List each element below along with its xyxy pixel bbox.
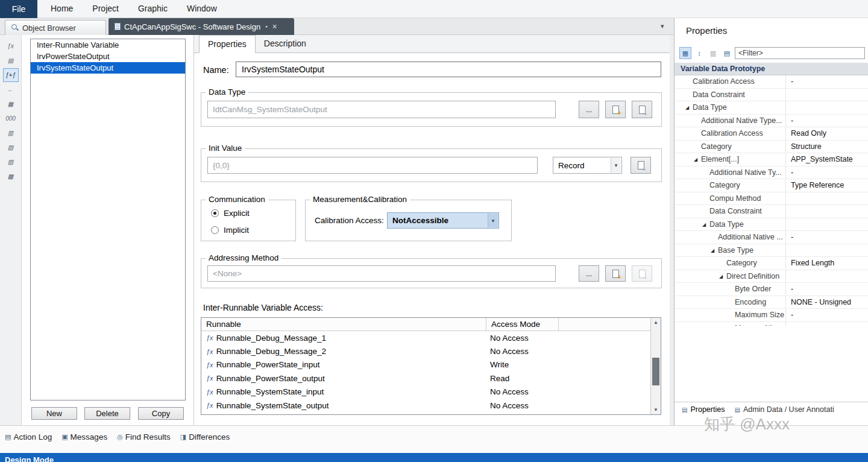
data-type-new-button[interactable]: +	[605, 101, 626, 118]
radio-explicit[interactable]: Explicit	[211, 209, 250, 218]
property-row[interactable]: ◢Data Type	[675, 218, 868, 232]
property-key: Data Constraint	[693, 90, 745, 99]
runnable-cell: ƒxRunnable_SystemState_input	[201, 387, 486, 396]
panel-tab-admin-data-user-annotati[interactable]: ▤Admin Data / User Annotati	[734, 405, 834, 414]
data-type-browse-button[interactable]: ...	[579, 101, 599, 118]
grid-view-icon[interactable]: ▥	[707, 47, 719, 59]
library-icon[interactable]: ▧	[3, 141, 19, 154]
calibration-access-select[interactable]: NotAccessible ▾	[387, 212, 499, 229]
close-icon[interactable]: ×	[272, 22, 277, 31]
column-runnable[interactable]: Runnable	[201, 318, 486, 331]
property-row[interactable]: ◢Data Type	[675, 101, 868, 115]
property-row[interactable]: EncodingNONE - Unsigned	[675, 296, 868, 309]
list-item-inter-runnable-variable[interactable]: Inter-Runnable Variable	[31, 39, 185, 51]
property-row[interactable]: CategoryType Reference	[675, 179, 868, 192]
access-table-row[interactable]: ƒxRunnable_Debug_Message_2No Access	[201, 344, 661, 358]
status-tab-action-log[interactable]: ▤Action Log	[5, 432, 52, 441]
property-row[interactable]: CategoryStructure	[675, 141, 868, 154]
access-table-row[interactable]: ƒxRunnable_SystemState_inputNo Access	[201, 385, 661, 399]
chevron-down-icon: ▾	[611, 158, 621, 172]
property-row[interactable]: Calibration Access-	[675, 75, 868, 89]
init-value-goto-button[interactable]: →	[631, 157, 651, 174]
editor-tab-properties[interactable]: Properties	[199, 35, 256, 53]
runnable-icon: ƒx	[206, 388, 213, 396]
table-scrollbar[interactable]: ▲ ▼	[650, 318, 661, 414]
access-table-row[interactable]: ƒxRunnable_SystemState_outputNo Access	[201, 399, 661, 412]
access-table-body: ƒxRunnable_Debug_Message_1No AccessƒxRun…	[201, 331, 661, 412]
property-row[interactable]: ◢Direct Definition	[675, 270, 868, 283]
sort-alphabetical-icon[interactable]: ↕	[693, 47, 705, 59]
categorized-view-icon[interactable]: ▦	[679, 47, 691, 59]
scroll-up-icon[interactable]: ▲	[651, 320, 661, 325]
list-item-irvsystemstateoutput[interactable]: IrvSystemStateOutput	[31, 62, 185, 74]
addressing-browse-button[interactable]: ...	[579, 265, 599, 282]
property-row[interactable]: Additional Native Ty...-	[675, 166, 868, 180]
status-tab-messages[interactable]: ▣Messages	[61, 432, 107, 441]
filter-input[interactable]	[735, 47, 865, 59]
new-button[interactable]: New	[31, 407, 77, 420]
new-document-icon: +	[612, 270, 619, 278]
name-input[interactable]	[236, 62, 661, 77]
property-page-icon[interactable]: ▤	[721, 47, 733, 59]
grid-icon[interactable]: ▥	[3, 126, 19, 140]
property-row[interactable]: Data Constraint	[675, 89, 868, 102]
digits-icon[interactable]: 000	[3, 112, 19, 125]
property-row[interactable]: Byte Order-	[675, 283, 868, 296]
delete-button[interactable]: Delete	[84, 407, 130, 420]
tab-software-design[interactable]: CtApCanAppSigSwc - Software Design ▪ ×	[108, 18, 294, 35]
paste-icon[interactable]: ▤	[3, 54, 19, 68]
column-access-mode[interactable]: Access Mode	[486, 318, 559, 331]
property-row[interactable]: Data Constraint	[675, 205, 868, 218]
property-row[interactable]: Additional Native ...-	[675, 231, 868, 244]
tab-overflow-icon[interactable]: ▾	[661, 22, 664, 30]
status-tab-find-results[interactable]: ◎Find Results	[117, 432, 171, 441]
property-row[interactable]: ◢Element[...]APP_SystemState	[675, 153, 868, 166]
runnable-cell: ƒxRunnable_PowerState_output	[201, 374, 486, 383]
menu-window[interactable]: Window	[177, 0, 227, 17]
menu-project[interactable]: Project	[83, 0, 128, 17]
runnable-icon: ƒx	[206, 402, 213, 409]
list-item-irvpowerstateoutput[interactable]: IrvPowerStateOutput	[31, 51, 185, 62]
property-row[interactable]: CategoryFixed Length	[675, 257, 868, 270]
inter-runnable-variable-icon[interactable]: ƒ+ƒ	[3, 68, 19, 82]
init-value-input[interactable]	[207, 157, 538, 174]
access-table-row[interactable]: ƒxRunnable_PowerState_outputRead	[201, 372, 661, 385]
property-row[interactable]: Additional Native Type...-	[675, 115, 868, 128]
menu-graphic[interactable]: Graphic	[128, 0, 177, 17]
property-row[interactable]: Memory Alig...	[675, 322, 868, 326]
calibration-access-label: Calibration Access:	[315, 216, 384, 225]
status-tab-differences[interactable]: ◨Differences	[180, 432, 230, 441]
component-icon[interactable]: ▨	[3, 155, 19, 169]
radio-implicit[interactable]: Implicit	[211, 226, 250, 235]
access-table-row[interactable]: ƒxRunnable_PowerState_inputWrite	[201, 358, 661, 372]
function-icon[interactable]: ƒx	[3, 39, 19, 53]
editor-tab-description[interactable]: Description	[256, 35, 315, 52]
property-key: Base Type	[718, 246, 753, 255]
port-icon[interactable]: ←	[3, 83, 19, 97]
property-row[interactable]: Calibration AccessRead Only	[675, 127, 868, 141]
table-icon[interactable]: ▦	[3, 97, 19, 111]
scroll-thumb[interactable]	[652, 358, 659, 385]
data-type-goto-button[interactable]: →	[632, 101, 652, 118]
property-grid-header[interactable]: Variable Data Prototype	[675, 63, 868, 75]
composition-icon[interactable]: ▩	[3, 169, 19, 183]
property-row[interactable]: Maximum Size-	[675, 309, 868, 322]
init-value-type-select[interactable]: Record ▾	[553, 157, 622, 174]
scroll-down-icon[interactable]: ▼	[651, 407, 661, 413]
access-table-row[interactable]: ƒxRunnable_Debug_Message_1No Access	[201, 331, 661, 344]
property-key: Category	[726, 259, 757, 267]
magnifier-icon	[11, 24, 19, 31]
property-key: Data Constraint	[709, 207, 762, 215]
menu-file[interactable]: File	[0, 0, 37, 18]
data-type-input[interactable]	[207, 101, 556, 118]
property-row[interactable]: Compu Method	[675, 192, 868, 206]
addressing-method-input[interactable]	[207, 265, 556, 282]
tab-object-browser[interactable]: Object Browser	[5, 20, 106, 35]
panel-splitter[interactable]	[670, 35, 674, 425]
panel-tab-properties[interactable]: ▤Properties	[682, 405, 725, 414]
copy-button[interactable]: Copy	[138, 407, 184, 420]
menu-home[interactable]: Home	[41, 0, 83, 17]
radio-button-icon	[211, 226, 219, 234]
addressing-new-button[interactable]: +	[605, 265, 626, 282]
property-row[interactable]: ◢Base Type	[675, 244, 868, 258]
